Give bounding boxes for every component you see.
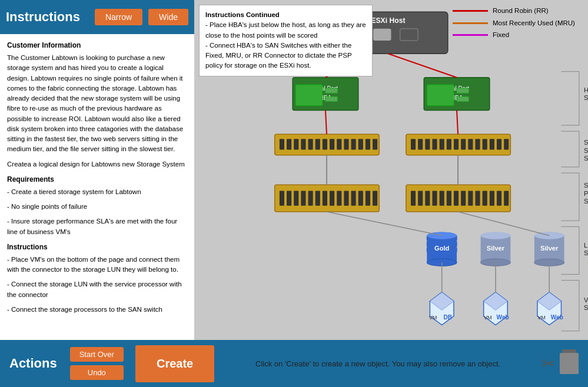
svg-rect-60 bbox=[337, 191, 341, 205]
narrow-button[interactable]: Narrow bbox=[95, 9, 142, 25]
svg-rect-52 bbox=[280, 191, 284, 205]
svg-rect-79 bbox=[497, 191, 501, 205]
instructions-title: Instructions bbox=[6, 9, 89, 25]
instr-cont-2: - Connect HBA's to SAN Switches with eit… bbox=[205, 42, 351, 69]
svg-rect-70 bbox=[432, 191, 437, 205]
svg-rect-3 bbox=[373, 29, 391, 41]
create-button[interactable]: Create bbox=[135, 345, 214, 382]
svg-text:Gold: Gold bbox=[434, 245, 450, 252]
svg-rect-22 bbox=[294, 139, 298, 149]
svg-rect-42 bbox=[461, 139, 466, 149]
svg-rect-46 bbox=[490, 139, 494, 149]
svg-text:LUN: LUN bbox=[584, 242, 588, 249]
svg-rect-72 bbox=[447, 191, 451, 205]
svg-rect-65 bbox=[373, 191, 377, 205]
svg-rect-26 bbox=[323, 139, 327, 149]
requirements-heading: Requirements bbox=[7, 174, 187, 185]
svg-rect-45 bbox=[483, 139, 487, 149]
svg-line-50 bbox=[457, 111, 458, 135]
scissors-icon[interactable]: ✂ bbox=[542, 354, 555, 373]
svg-rect-4 bbox=[400, 29, 418, 41]
wide-button[interactable]: Wide bbox=[148, 9, 188, 25]
svg-rect-15 bbox=[457, 88, 469, 93]
status-bar: Click on 'Create' to create a new object… bbox=[221, 359, 534, 368]
svg-rect-35 bbox=[411, 139, 416, 149]
svg-text:Switch: Switch bbox=[584, 147, 588, 154]
svg-rect-55 bbox=[301, 191, 305, 205]
svg-rect-78 bbox=[490, 191, 494, 205]
svg-rect-44 bbox=[475, 139, 480, 149]
instructions-continued-title: Instructions Continued bbox=[205, 11, 280, 18]
svg-text:VM: VM bbox=[584, 296, 588, 303]
actions-buttons-group: Start Over Undo bbox=[70, 347, 124, 380]
svg-text:Section: Section bbox=[584, 249, 588, 256]
undo-button[interactable]: Undo bbox=[70, 365, 124, 380]
svg-rect-20 bbox=[280, 139, 284, 149]
svg-rect-58 bbox=[323, 191, 327, 205]
svg-line-108 bbox=[458, 212, 549, 236]
req-1: - Create a tiered storage system for Lab… bbox=[7, 187, 187, 197]
svg-text:Silver: Silver bbox=[540, 245, 559, 252]
svg-rect-69 bbox=[425, 191, 430, 205]
instr-1: - Place VM's on the bottom of the page a… bbox=[7, 255, 187, 275]
svg-rect-56 bbox=[308, 191, 313, 205]
svg-line-107 bbox=[327, 212, 442, 236]
svg-rect-31 bbox=[358, 139, 363, 149]
customer-info-text: The Customer Labtown is looking to purch… bbox=[7, 53, 187, 155]
bottom-bar: Actions Start Over Undo Create Click on … bbox=[0, 340, 588, 387]
trash-icon[interactable] bbox=[560, 353, 579, 374]
instructions-body: Customer Information The Customer Labtow… bbox=[0, 34, 194, 340]
svg-rect-39 bbox=[440, 139, 444, 149]
requirements-list: - Create a tiered storage system for Lab… bbox=[7, 187, 187, 237]
customer-info-heading: Customer Information bbox=[7, 40, 187, 51]
svg-line-49 bbox=[325, 111, 327, 135]
svg-rect-37 bbox=[425, 139, 430, 149]
svg-rect-21 bbox=[287, 139, 291, 149]
instr-2: - Connect the storage LUN with the servi… bbox=[7, 279, 187, 300]
svg-text:DB: DB bbox=[444, 314, 453, 321]
svg-rect-30 bbox=[351, 139, 356, 149]
svg-rect-23 bbox=[301, 139, 305, 149]
svg-rect-43 bbox=[468, 139, 473, 149]
svg-text:SAN: SAN bbox=[584, 139, 588, 146]
svg-rect-62 bbox=[351, 191, 356, 205]
svg-rect-76 bbox=[475, 191, 480, 205]
svg-text:VM: VM bbox=[537, 315, 546, 321]
instr-3: - Connect the storage processors to the … bbox=[7, 305, 187, 315]
req-2: - No single points of failure bbox=[7, 202, 187, 212]
svg-rect-73 bbox=[454, 191, 459, 205]
svg-rect-59 bbox=[330, 191, 334, 205]
instr-cont-1: - Place HBA's just below the host, as lo… bbox=[205, 21, 366, 38]
svg-text:Web: Web bbox=[551, 314, 563, 321]
svg-rect-9 bbox=[325, 88, 337, 93]
svg-rect-33 bbox=[373, 139, 377, 149]
svg-rect-77 bbox=[483, 191, 487, 205]
svg-rect-14 bbox=[427, 85, 454, 105]
svg-rect-47 bbox=[497, 139, 501, 149]
svg-rect-40 bbox=[447, 139, 451, 149]
svg-text:Section: Section bbox=[584, 304, 588, 311]
instructions-continued-box: Instructions Continued - Place HBA's jus… bbox=[199, 5, 373, 76]
instructions-header: Instructions Narrow Wide bbox=[0, 0, 194, 34]
svg-rect-75 bbox=[468, 191, 473, 205]
svg-rect-71 bbox=[440, 191, 444, 205]
svg-rect-64 bbox=[366, 191, 370, 205]
design-request: Createa a logical design for Labtowns ne… bbox=[7, 159, 187, 169]
actions-title: Actions bbox=[9, 356, 57, 371]
svg-rect-24 bbox=[308, 139, 313, 149]
svg-rect-41 bbox=[454, 139, 459, 149]
svg-text:Section: Section bbox=[584, 94, 588, 101]
instructions-list: - Place VM's on the bottom of the page a… bbox=[7, 255, 187, 315]
start-over-button[interactable]: Start Over bbox=[70, 347, 124, 362]
svg-rect-63 bbox=[358, 191, 363, 205]
svg-rect-68 bbox=[418, 191, 423, 205]
svg-text:Ser vice: Ser vice bbox=[584, 182, 588, 189]
svg-text:Section: Section bbox=[584, 155, 588, 162]
svg-rect-38 bbox=[432, 139, 437, 149]
svg-text:Section: Section bbox=[584, 198, 588, 205]
svg-rect-28 bbox=[337, 139, 341, 149]
svg-rect-74 bbox=[461, 191, 466, 205]
svg-rect-54 bbox=[294, 191, 298, 205]
svg-text:ESXi Host: ESXi Host bbox=[371, 16, 405, 25]
svg-rect-80 bbox=[504, 191, 509, 205]
